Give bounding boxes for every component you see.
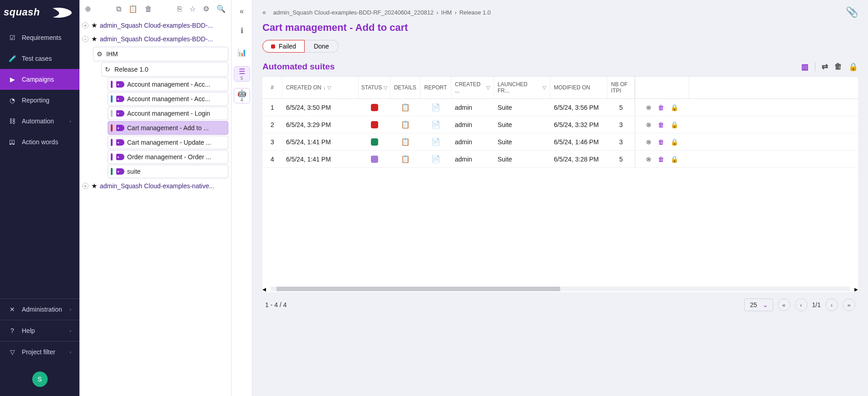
filter-icon[interactable]: ▽ — [486, 85, 490, 91]
lock-icon[interactable]: 🔒 — [671, 104, 678, 111]
tree-suite-item[interactable]: suite — [108, 165, 228, 178]
next-page-button[interactable]: › — [825, 298, 838, 311]
delete-icon[interactable]: 🗑 — [834, 62, 842, 72]
nav-test-cases[interactable]: 🧪Test cases — [0, 48, 79, 69]
cell-report[interactable]: 📄 — [420, 133, 451, 150]
cell-report[interactable]: 📄 — [420, 99, 451, 116]
tree-suite-item[interactable]: Account management - Login — [108, 107, 228, 120]
scroll-thumb[interactable] — [276, 287, 560, 291]
lock-icon[interactable]: 🔒 — [671, 138, 678, 146]
page-size-select[interactable]: 25 — [744, 298, 773, 311]
col-details[interactable]: DETAILS — [390, 77, 420, 98]
status-bar — [111, 153, 113, 161]
tab-info[interactable]: ℹ — [234, 23, 250, 38]
table-row[interactable]: 4 6/5/24, 1:41 PM 📋 📄 admin Suite 6/5/24… — [262, 151, 858, 168]
tree-project[interactable]: + ★ admin_Squash Cloud-examples-BDD-... — [79, 19, 231, 32]
filter-icon[interactable]: ▽ — [384, 85, 387, 91]
tab-filters[interactable]: ☰5 — [234, 66, 250, 82]
settings-icon[interactable]: ⚙ — [203, 5, 209, 13]
col-num[interactable]: # — [262, 77, 282, 98]
status-failed-button[interactable]: Failed — [262, 40, 305, 53]
columns-icon[interactable]: ▥ — [801, 62, 809, 72]
col-created-on[interactable]: CREATED ON↓▽ — [282, 77, 359, 98]
export-icon[interactable]: ⎘ — [178, 5, 182, 13]
cell-report[interactable]: 📄 — [420, 116, 451, 133]
cell-details[interactable]: 📋 — [390, 133, 420, 150]
last-page-button[interactable]: » — [843, 298, 855, 311]
add-icon[interactable]: ⊕ — [85, 5, 91, 13]
expand-icon[interactable]: + — [82, 183, 89, 189]
first-page-button[interactable]: « — [778, 298, 790, 311]
cell-modified: 6/5/24, 3:28 PM — [550, 151, 607, 167]
collapse-icon[interactable]: − — [82, 36, 89, 42]
col-status[interactable]: STATUS▽ — [359, 77, 390, 98]
tab-stats[interactable]: 📊 — [234, 44, 250, 60]
nav-project-filter[interactable]: ▽Project filter› — [0, 341, 79, 362]
cell-details[interactable]: 📋 — [390, 99, 420, 116]
tree-project[interactable]: + ★ admin_Squash Cloud-examples-native..… — [79, 179, 231, 193]
expand-icon[interactable]: + — [82, 22, 89, 29]
tab-automation[interactable]: 🤖4 — [234, 88, 250, 103]
search-icon[interactable]: 🔍 — [217, 5, 226, 13]
cell-details[interactable]: 📋 — [390, 116, 420, 133]
tree-suite-item[interactable]: Cart management - Update ... — [108, 136, 228, 149]
tree-label: admin_Squash Cloud-examples-native... — [100, 182, 214, 190]
stop-icon[interactable]: ⊗ — [646, 138, 651, 146]
settings-icon[interactable]: ⇄ — [822, 62, 828, 72]
cell-nb: 3 — [607, 116, 635, 133]
tree-suite-item[interactable]: Order management - Order ... — [108, 150, 228, 164]
tree-project[interactable]: − ★ admin_Squash Cloud-examples-BDD-... — [79, 32, 231, 46]
back-icon[interactable]: « — [262, 9, 266, 16]
stop-icon[interactable]: ⊗ — [646, 121, 651, 128]
trash-icon[interactable]: 🗑 — [658, 121, 664, 128]
tree-folder[interactable]: − ⚙ IHM — [93, 47, 228, 61]
stop-icon[interactable]: ⊗ — [646, 104, 651, 111]
cell-report[interactable]: 📄 — [420, 151, 451, 167]
nav-requirements[interactable]: ☑Requirements — [0, 27, 79, 48]
lock-icon[interactable]: 🔒 — [671, 121, 678, 128]
col-launched-from[interactable]: LAUNCHED FR...▽ — [494, 77, 550, 98]
tree-release[interactable]: − ↻ Release 1.0 — [101, 62, 228, 77]
trash-icon[interactable]: 🗑 — [658, 156, 664, 163]
col-report[interactable]: REPORT — [420, 77, 451, 98]
nav-help[interactable]: ?Help› — [0, 320, 79, 341]
nav-reporting[interactable]: ◔Reporting — [0, 90, 79, 111]
table-row[interactable]: 1 6/5/24, 3:50 PM 📋 📄 admin Suite 6/5/24… — [262, 99, 858, 116]
attachment-icon[interactable]: 📎 — [846, 6, 858, 18]
table-row[interactable]: 2 6/5/24, 3:29 PM 📋 📄 admin Suite 6/5/24… — [262, 116, 858, 133]
status-done-button[interactable]: Done — [305, 40, 338, 53]
tree-suite-item[interactable]: Account management - Acc... — [108, 92, 228, 106]
lock-icon[interactable]: 🔒 — [671, 156, 678, 163]
avatar[interactable]: S — [32, 372, 48, 387]
crumb-project[interactable]: admin_Squash Cloud-examples-BDD-RF_20240… — [273, 9, 434, 16]
prev-page-button[interactable]: ‹ — [795, 298, 808, 311]
delete-icon[interactable]: 🗑 — [145, 5, 152, 13]
trash-icon[interactable]: 🗑 — [658, 138, 664, 146]
col-nb-itpi[interactable]: NB OF ITPI — [607, 77, 635, 98]
filter-icon[interactable]: ▽ — [542, 85, 546, 91]
hscrollbar[interactable]: ◂ ▸ — [262, 286, 858, 292]
cell-details[interactable]: 📋 — [390, 151, 420, 167]
col-modified-on[interactable]: MODIFIED ON — [550, 77, 607, 98]
nav-action-words[interactable]: 🕮Action words — [0, 132, 79, 152]
col-created-by[interactable]: CREATED ...▽ — [451, 77, 494, 98]
nav-campaigns[interactable]: ▶Campaigns — [0, 69, 79, 90]
copy-icon[interactable]: ⧉ — [116, 5, 121, 13]
table-row[interactable]: 3 6/5/24, 1:41 PM 📋 📄 admin Suite 6/5/24… — [262, 133, 858, 151]
status-square-icon — [371, 138, 378, 146]
lock-icon[interactable]: 🔒 — [848, 62, 858, 72]
scroll-track[interactable] — [271, 287, 850, 291]
crumb-folder[interactable]: IHM — [441, 9, 452, 16]
nav-administration[interactable]: ✕Administration› — [0, 298, 79, 320]
nav-automation[interactable]: ⛓Automation› — [0, 111, 79, 132]
tree-suite-item[interactable]: Account management - Acc... — [108, 78, 228, 91]
status-label: Done — [314, 43, 329, 50]
tree-suite-item[interactable]: Cart management - Add to ... — [108, 121, 228, 135]
favorite-icon[interactable]: ☆ — [189, 5, 196, 13]
filter-icon[interactable]: ▽ — [327, 85, 331, 91]
paste-icon[interactable]: 📋 — [128, 5, 138, 13]
crumb-release[interactable]: Release 1.0 — [459, 9, 491, 16]
collapse-panel-icon[interactable]: « — [237, 6, 247, 16]
stop-icon[interactable]: ⊗ — [646, 156, 651, 163]
trash-icon[interactable]: 🗑 — [658, 104, 664, 111]
